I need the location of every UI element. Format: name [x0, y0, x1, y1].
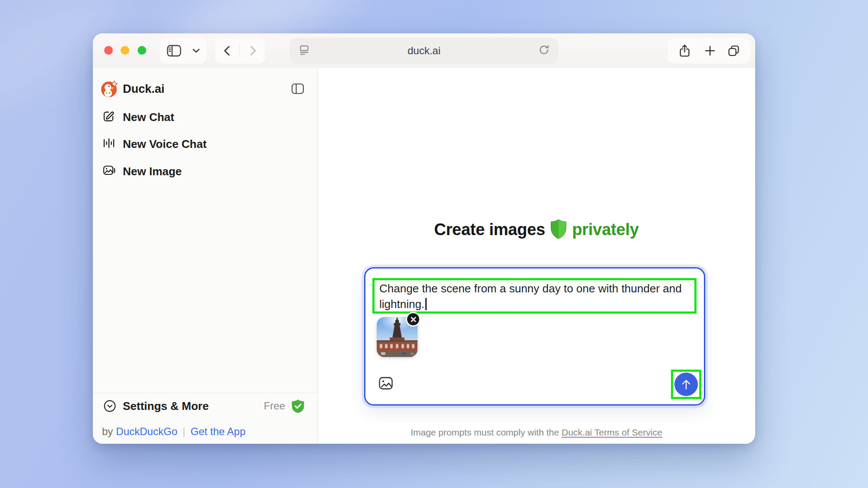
sidebar-item-new-voice-chat[interactable]: New Voice Chat — [93, 134, 317, 154]
divider — [240, 44, 240, 58]
sidebar-item-new-chat[interactable]: New Chat — [93, 108, 317, 127]
close-window-button[interactable] — [104, 46, 113, 55]
back-button[interactable] — [224, 46, 230, 56]
duckai-main-panel: Create images privately Change the scene… — [318, 68, 755, 444]
sidebar-toggle-button[interactable] — [159, 38, 207, 64]
byline-prefix: by — [102, 426, 113, 438]
toolbar-actions — [667, 38, 751, 64]
address-text: duck.ai — [289, 38, 559, 64]
send-button-annotation — [671, 370, 701, 399]
sidebar-item-label: New Voice Chat — [123, 134, 207, 154]
page-title: Create images privately — [318, 219, 755, 239]
sidebar-item-new-image[interactable]: New Image — [93, 162, 317, 181]
heading-text-dark: Create images — [434, 220, 545, 239]
attach-image-button[interactable] — [378, 377, 393, 390]
prompt-line-1: Change the scene from a sunny day to one… — [379, 282, 682, 295]
minimize-window-button[interactable] — [121, 46, 129, 55]
sidebar-byline: by DuckDuckGo | Get the App — [102, 425, 246, 439]
new-chat-icon — [102, 110, 115, 124]
shield-check-icon — [291, 399, 305, 413]
prompt-line-2: lightning. — [379, 298, 424, 311]
zoom-window-button[interactable] — [138, 46, 146, 55]
prompt-highlight-annotation: Change the scene from a sunny day to one… — [372, 278, 697, 314]
duckduckgo-link[interactable]: DuckDuckGo — [116, 426, 177, 438]
plan-badge: Free — [264, 400, 285, 412]
chevron-down-icon — [192, 49, 200, 53]
sidebar-header: Duck.ai — [93, 80, 317, 98]
text-cursor — [425, 298, 427, 310]
settings-and-more-button[interactable]: Settings & More Free — [93, 397, 317, 415]
browser-window: duck.ai — [93, 33, 755, 444]
send-button[interactable] — [674, 373, 698, 396]
sidebar-footer-divider — [93, 393, 317, 393]
sidebar-item-label: New Chat — [123, 108, 174, 127]
disclaimer-text: Image prompts must comply with the — [411, 427, 562, 437]
reload-icon[interactable] — [538, 44, 550, 58]
byline-divider: | — [183, 426, 185, 438]
image-prompt-composer[interactable]: Change the scene from a sunny day to one… — [364, 267, 705, 406]
voice-chat-icon — [102, 137, 115, 151]
image-prompt-disclaimer: Image prompts must comply with the Duck.… — [318, 427, 755, 438]
sidebar-collapse-icon[interactable] — [291, 83, 305, 95]
sidebar-toggle-icon — [167, 45, 181, 57]
get-the-app-link[interactable]: Get the App — [191, 426, 246, 438]
green-shield-emoji — [545, 220, 572, 239]
terms-of-service-link[interactable]: Duck.ai Terms of Service — [562, 427, 662, 437]
forward-button[interactable] — [250, 46, 256, 56]
navigation-buttons — [215, 38, 265, 64]
plan-area: Free — [93, 397, 305, 415]
remove-attachment-button[interactable] — [406, 312, 421, 327]
duckduckgo-logo-icon — [101, 80, 118, 98]
heading-text-green: privately — [572, 220, 639, 239]
window-content: Duck.ai New Chat — [93, 68, 755, 444]
sidebar-item-label: New Image — [123, 162, 182, 181]
prompt-textarea[interactable]: Change the scene from a sunny day to one… — [379, 281, 694, 312]
app-title: Duck.ai — [123, 80, 164, 98]
address-bar[interactable]: duck.ai — [289, 38, 559, 64]
browser-toolbar: duck.ai — [93, 33, 755, 68]
duckai-sidebar: Duck.ai New Chat — [93, 68, 318, 444]
share-icon[interactable] — [679, 44, 690, 58]
new-tab-icon[interactable] — [705, 46, 715, 56]
tab-overview-icon[interactable] — [727, 45, 740, 57]
new-image-icon — [102, 164, 116, 178]
